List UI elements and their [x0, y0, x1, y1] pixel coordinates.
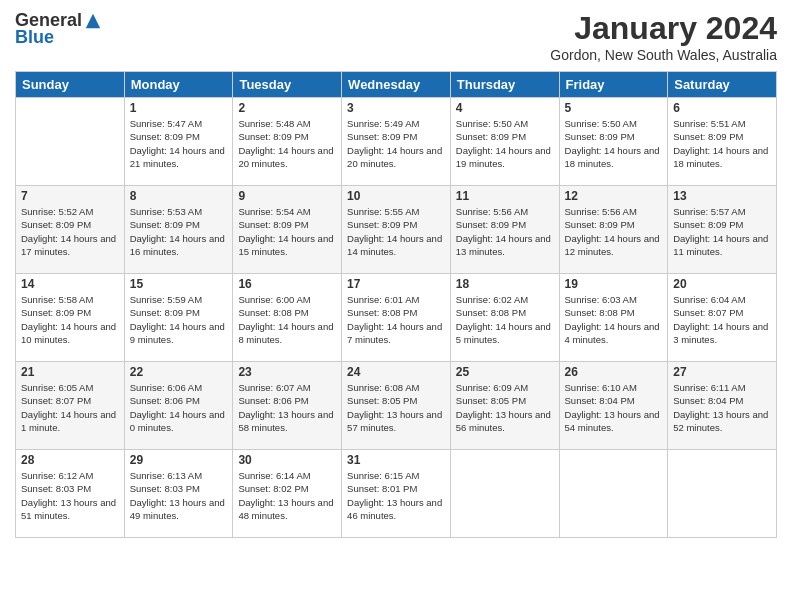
col-thursday: Thursday	[450, 72, 559, 98]
week-row-3: 14Sunrise: 5:58 AM Sunset: 8:09 PM Dayli…	[16, 274, 777, 362]
calendar-cell: 25Sunrise: 6:09 AM Sunset: 8:05 PM Dayli…	[450, 362, 559, 450]
day-number: 3	[347, 101, 445, 115]
title-section: January 2024 Gordon, New South Wales, Au…	[550, 10, 777, 63]
calendar-cell	[668, 450, 777, 538]
day-info: Sunrise: 6:02 AM Sunset: 8:08 PM Dayligh…	[456, 293, 554, 346]
day-info: Sunrise: 6:12 AM Sunset: 8:03 PM Dayligh…	[21, 469, 119, 522]
day-info: Sunrise: 6:03 AM Sunset: 8:08 PM Dayligh…	[565, 293, 663, 346]
day-info: Sunrise: 6:14 AM Sunset: 8:02 PM Dayligh…	[238, 469, 336, 522]
day-number: 20	[673, 277, 771, 291]
calendar-cell: 18Sunrise: 6:02 AM Sunset: 8:08 PM Dayli…	[450, 274, 559, 362]
calendar-cell	[559, 450, 668, 538]
col-monday: Monday	[124, 72, 233, 98]
day-number: 26	[565, 365, 663, 379]
calendar-cell: 4Sunrise: 5:50 AM Sunset: 8:09 PM Daylig…	[450, 98, 559, 186]
day-number: 7	[21, 189, 119, 203]
day-number: 18	[456, 277, 554, 291]
col-wednesday: Wednesday	[342, 72, 451, 98]
day-number: 27	[673, 365, 771, 379]
day-number: 25	[456, 365, 554, 379]
calendar-cell: 12Sunrise: 5:56 AM Sunset: 8:09 PM Dayli…	[559, 186, 668, 274]
calendar-cell: 5Sunrise: 5:50 AM Sunset: 8:09 PM Daylig…	[559, 98, 668, 186]
day-number: 23	[238, 365, 336, 379]
week-row-4: 21Sunrise: 6:05 AM Sunset: 8:07 PM Dayli…	[16, 362, 777, 450]
calendar-cell: 22Sunrise: 6:06 AM Sunset: 8:06 PM Dayli…	[124, 362, 233, 450]
week-row-1: 1Sunrise: 5:47 AM Sunset: 8:09 PM Daylig…	[16, 98, 777, 186]
day-info: Sunrise: 5:48 AM Sunset: 8:09 PM Dayligh…	[238, 117, 336, 170]
logo-blue: Blue	[15, 27, 54, 48]
day-number: 17	[347, 277, 445, 291]
calendar-cell: 28Sunrise: 6:12 AM Sunset: 8:03 PM Dayli…	[16, 450, 125, 538]
day-info: Sunrise: 6:08 AM Sunset: 8:05 PM Dayligh…	[347, 381, 445, 434]
day-number: 14	[21, 277, 119, 291]
calendar: Sunday Monday Tuesday Wednesday Thursday…	[15, 71, 777, 538]
day-info: Sunrise: 5:58 AM Sunset: 8:09 PM Dayligh…	[21, 293, 119, 346]
day-info: Sunrise: 5:50 AM Sunset: 8:09 PM Dayligh…	[565, 117, 663, 170]
calendar-cell: 30Sunrise: 6:14 AM Sunset: 8:02 PM Dayli…	[233, 450, 342, 538]
day-info: Sunrise: 5:56 AM Sunset: 8:09 PM Dayligh…	[456, 205, 554, 258]
page: General Blue January 2024 Gordon, New So…	[0, 0, 792, 612]
calendar-cell: 17Sunrise: 6:01 AM Sunset: 8:08 PM Dayli…	[342, 274, 451, 362]
day-info: Sunrise: 6:06 AM Sunset: 8:06 PM Dayligh…	[130, 381, 228, 434]
day-info: Sunrise: 6:13 AM Sunset: 8:03 PM Dayligh…	[130, 469, 228, 522]
day-info: Sunrise: 6:15 AM Sunset: 8:01 PM Dayligh…	[347, 469, 445, 522]
calendar-cell: 14Sunrise: 5:58 AM Sunset: 8:09 PM Dayli…	[16, 274, 125, 362]
month-title: January 2024	[550, 10, 777, 47]
calendar-cell: 29Sunrise: 6:13 AM Sunset: 8:03 PM Dayli…	[124, 450, 233, 538]
day-number: 2	[238, 101, 336, 115]
day-info: Sunrise: 5:55 AM Sunset: 8:09 PM Dayligh…	[347, 205, 445, 258]
day-info: Sunrise: 5:52 AM Sunset: 8:09 PM Dayligh…	[21, 205, 119, 258]
day-number: 24	[347, 365, 445, 379]
day-number: 31	[347, 453, 445, 467]
day-number: 15	[130, 277, 228, 291]
day-number: 21	[21, 365, 119, 379]
day-number: 29	[130, 453, 228, 467]
calendar-cell: 8Sunrise: 5:53 AM Sunset: 8:09 PM Daylig…	[124, 186, 233, 274]
day-info: Sunrise: 5:47 AM Sunset: 8:09 PM Dayligh…	[130, 117, 228, 170]
day-info: Sunrise: 6:07 AM Sunset: 8:06 PM Dayligh…	[238, 381, 336, 434]
calendar-cell: 19Sunrise: 6:03 AM Sunset: 8:08 PM Dayli…	[559, 274, 668, 362]
day-number: 16	[238, 277, 336, 291]
day-info: Sunrise: 6:10 AM Sunset: 8:04 PM Dayligh…	[565, 381, 663, 434]
calendar-cell: 7Sunrise: 5:52 AM Sunset: 8:09 PM Daylig…	[16, 186, 125, 274]
day-info: Sunrise: 6:00 AM Sunset: 8:08 PM Dayligh…	[238, 293, 336, 346]
day-number: 1	[130, 101, 228, 115]
calendar-cell: 15Sunrise: 5:59 AM Sunset: 8:09 PM Dayli…	[124, 274, 233, 362]
col-friday: Friday	[559, 72, 668, 98]
day-number: 9	[238, 189, 336, 203]
day-number: 4	[456, 101, 554, 115]
calendar-cell: 20Sunrise: 6:04 AM Sunset: 8:07 PM Dayli…	[668, 274, 777, 362]
day-info: Sunrise: 5:57 AM Sunset: 8:09 PM Dayligh…	[673, 205, 771, 258]
calendar-cell: 21Sunrise: 6:05 AM Sunset: 8:07 PM Dayli…	[16, 362, 125, 450]
calendar-cell: 2Sunrise: 5:48 AM Sunset: 8:09 PM Daylig…	[233, 98, 342, 186]
day-info: Sunrise: 6:11 AM Sunset: 8:04 PM Dayligh…	[673, 381, 771, 434]
day-info: Sunrise: 5:50 AM Sunset: 8:09 PM Dayligh…	[456, 117, 554, 170]
col-tuesday: Tuesday	[233, 72, 342, 98]
day-number: 30	[238, 453, 336, 467]
calendar-cell: 11Sunrise: 5:56 AM Sunset: 8:09 PM Dayli…	[450, 186, 559, 274]
week-row-5: 28Sunrise: 6:12 AM Sunset: 8:03 PM Dayli…	[16, 450, 777, 538]
col-sunday: Sunday	[16, 72, 125, 98]
day-info: Sunrise: 6:09 AM Sunset: 8:05 PM Dayligh…	[456, 381, 554, 434]
svg-marker-0	[86, 13, 100, 27]
day-number: 6	[673, 101, 771, 115]
day-info: Sunrise: 5:59 AM Sunset: 8:09 PM Dayligh…	[130, 293, 228, 346]
day-info: Sunrise: 6:01 AM Sunset: 8:08 PM Dayligh…	[347, 293, 445, 346]
day-number: 13	[673, 189, 771, 203]
calendar-cell	[16, 98, 125, 186]
calendar-cell: 13Sunrise: 5:57 AM Sunset: 8:09 PM Dayli…	[668, 186, 777, 274]
calendar-cell	[450, 450, 559, 538]
calendar-cell: 3Sunrise: 5:49 AM Sunset: 8:09 PM Daylig…	[342, 98, 451, 186]
day-number: 22	[130, 365, 228, 379]
calendar-cell: 1Sunrise: 5:47 AM Sunset: 8:09 PM Daylig…	[124, 98, 233, 186]
calendar-cell: 24Sunrise: 6:08 AM Sunset: 8:05 PM Dayli…	[342, 362, 451, 450]
calendar-cell: 23Sunrise: 6:07 AM Sunset: 8:06 PM Dayli…	[233, 362, 342, 450]
day-info: Sunrise: 5:56 AM Sunset: 8:09 PM Dayligh…	[565, 205, 663, 258]
day-info: Sunrise: 5:54 AM Sunset: 8:09 PM Dayligh…	[238, 205, 336, 258]
col-saturday: Saturday	[668, 72, 777, 98]
logo: General Blue	[15, 10, 102, 48]
location: Gordon, New South Wales, Australia	[550, 47, 777, 63]
calendar-header-row: Sunday Monday Tuesday Wednesday Thursday…	[16, 72, 777, 98]
calendar-cell: 26Sunrise: 6:10 AM Sunset: 8:04 PM Dayli…	[559, 362, 668, 450]
calendar-cell: 9Sunrise: 5:54 AM Sunset: 8:09 PM Daylig…	[233, 186, 342, 274]
